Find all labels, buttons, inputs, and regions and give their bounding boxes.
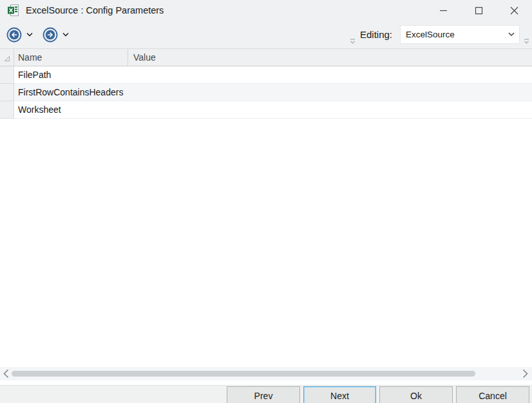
maximize-icon xyxy=(475,6,483,15)
close-button[interactable] xyxy=(497,0,532,21)
grid-row-worksheet[interactable]: Worksheet xyxy=(0,101,532,119)
editing-combobox[interactable]: ExcelSource xyxy=(400,25,520,44)
scroll-right-icon[interactable] xyxy=(520,369,529,378)
grid-row-filepath[interactable]: FilePath xyxy=(0,66,532,84)
excel-app-icon xyxy=(6,3,21,17)
row-header[interactable] xyxy=(0,101,14,119)
cell-name[interactable]: FirstRowContainsHeaders xyxy=(14,84,128,101)
editing-label: Editing: xyxy=(360,21,392,48)
ok-button[interactable]: Ok xyxy=(379,386,453,403)
maximize-button[interactable] xyxy=(461,0,497,21)
chevron-down-icon xyxy=(508,32,515,37)
toolbar-overflow-icon-2[interactable] xyxy=(522,37,531,46)
scroll-left-icon[interactable] xyxy=(1,369,10,378)
cell-name[interactable]: Worksheet xyxy=(14,101,128,118)
parameters-grid: Name Value FilePath FirstRowContainsHead… xyxy=(0,49,532,119)
back-circle-icon xyxy=(6,27,22,43)
title-bar: ExcelSource : Config Parameters xyxy=(0,0,532,21)
forward-dropdown-chevron-icon[interactable] xyxy=(59,26,73,43)
cancel-button[interactable]: Cancel xyxy=(456,386,529,403)
window-controls xyxy=(426,0,532,21)
forward-button[interactable] xyxy=(42,26,59,43)
back-button[interactable] xyxy=(6,26,23,43)
column-header-name[interactable]: Name xyxy=(14,49,128,66)
row-header[interactable] xyxy=(0,66,14,84)
grid-header-row: Name Value xyxy=(0,49,532,66)
grid-row-firstrowcontainsheaders[interactable]: FirstRowContainsHeaders xyxy=(0,84,532,101)
select-all-corner[interactable] xyxy=(0,49,14,66)
column-header-value[interactable]: Value xyxy=(128,49,532,66)
corner-triangle-icon xyxy=(4,55,10,62)
editing-combobox-value: ExcelSource xyxy=(406,30,508,39)
back-dropdown-chevron-icon[interactable] xyxy=(23,26,37,43)
cell-value[interactable] xyxy=(128,101,532,118)
window-title: ExcelSource : Config Parameters xyxy=(26,5,164,15)
footer-bar: Prev Next Ok Cancel xyxy=(0,385,532,403)
forward-circle-icon xyxy=(43,27,58,43)
toolbar: Editing: ExcelSource xyxy=(0,21,532,49)
toolbar-overflow-icon[interactable] xyxy=(348,37,357,46)
cell-value[interactable] xyxy=(128,84,532,101)
prev-button[interactable]: Prev xyxy=(227,386,300,403)
minimize-button[interactable] xyxy=(426,0,461,21)
close-icon xyxy=(510,6,518,15)
next-button[interactable]: Next xyxy=(303,386,376,403)
horizontal-scrollbar[interactable] xyxy=(0,367,532,380)
cell-name[interactable]: FilePath xyxy=(14,66,128,83)
scrollbar-thumb[interactable] xyxy=(12,371,475,377)
cell-value[interactable] xyxy=(128,66,532,83)
minimize-icon xyxy=(439,6,448,15)
row-header[interactable] xyxy=(0,84,14,101)
